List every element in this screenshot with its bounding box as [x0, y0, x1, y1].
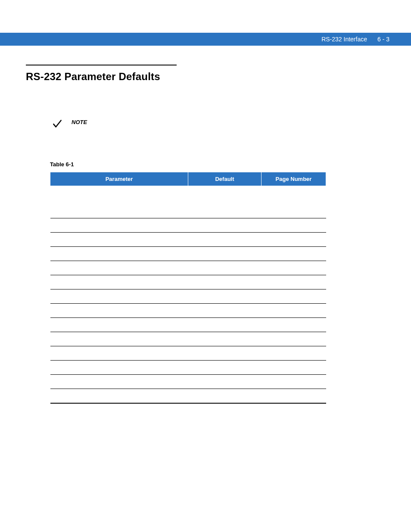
cell-default	[188, 318, 262, 332]
table-row	[50, 304, 326, 318]
section-title: RS-232 Parameter Defaults	[26, 71, 385, 83]
table-row	[50, 318, 326, 332]
cell-parameter	[50, 318, 188, 332]
cell-page	[262, 361, 326, 375]
cell-parameter	[50, 389, 188, 403]
cell-parameter	[50, 289, 188, 304]
section-divider	[26, 65, 177, 65]
col-header-parameter: Parameter	[50, 172, 188, 186]
cell-page	[262, 389, 326, 403]
cell-page	[262, 375, 326, 389]
page-number: 6 - 3	[377, 36, 389, 43]
table-row	[50, 247, 326, 261]
cell-default	[188, 247, 262, 261]
table-row	[50, 233, 326, 247]
table-row	[50, 375, 326, 389]
table-row	[50, 361, 326, 375]
table-row	[50, 186, 326, 204]
cell-default	[188, 375, 262, 389]
cell-page	[262, 261, 326, 275]
table-row	[50, 389, 326, 403]
cell-page	[262, 304, 326, 318]
col-header-default: Default	[188, 172, 262, 186]
table-row	[50, 346, 326, 361]
cell-default	[188, 304, 262, 318]
table-row	[50, 218, 326, 233]
table-row	[50, 332, 326, 346]
cell-page	[262, 218, 326, 233]
cell-parameter	[50, 375, 188, 389]
cell-page	[262, 247, 326, 261]
table-caption: Table 6-1	[50, 161, 385, 168]
table-row	[50, 289, 326, 304]
cell-parameter	[50, 186, 188, 204]
cell-parameter	[50, 233, 188, 247]
page-header-bar: RS-232 Interface 6 - 3	[0, 33, 411, 46]
table-header-row: Parameter Default Page Number	[50, 172, 326, 186]
cell-page	[262, 204, 326, 218]
cell-parameter	[50, 304, 188, 318]
cell-default	[188, 204, 262, 218]
table-row	[50, 204, 326, 218]
parameter-defaults-table: Parameter Default Page Number	[50, 172, 326, 404]
col-header-page-number: Page Number	[262, 172, 326, 186]
cell-page	[262, 289, 326, 304]
cell-parameter	[50, 346, 188, 361]
chapter-title: RS-232 Interface	[321, 36, 367, 43]
cell-default	[188, 261, 262, 275]
note-block: NOTE	[52, 118, 385, 131]
cell-default	[188, 218, 262, 233]
cell-default	[188, 289, 262, 304]
cell-parameter	[50, 332, 188, 346]
cell-parameter	[50, 261, 188, 275]
cell-page	[262, 275, 326, 289]
cell-parameter	[50, 204, 188, 218]
table-row	[50, 275, 326, 289]
page-content: RS-232 Parameter Defaults NOTE Table 6-1…	[26, 65, 385, 404]
cell-parameter	[50, 361, 188, 375]
cell-page	[262, 318, 326, 332]
cell-default	[188, 346, 262, 361]
cell-page	[262, 346, 326, 361]
cell-default	[188, 233, 262, 247]
cell-page	[262, 332, 326, 346]
cell-default	[188, 361, 262, 375]
table-body	[50, 186, 326, 403]
cell-page	[262, 186, 326, 204]
cell-default	[188, 275, 262, 289]
cell-parameter	[50, 218, 188, 233]
checkmark-icon	[52, 118, 63, 131]
table-row	[50, 261, 326, 275]
cell-page	[262, 233, 326, 247]
cell-default	[188, 186, 262, 204]
cell-parameter	[50, 247, 188, 261]
cell-default	[188, 389, 262, 403]
note-label: NOTE	[72, 119, 87, 125]
cell-default	[188, 332, 262, 346]
cell-parameter	[50, 275, 188, 289]
